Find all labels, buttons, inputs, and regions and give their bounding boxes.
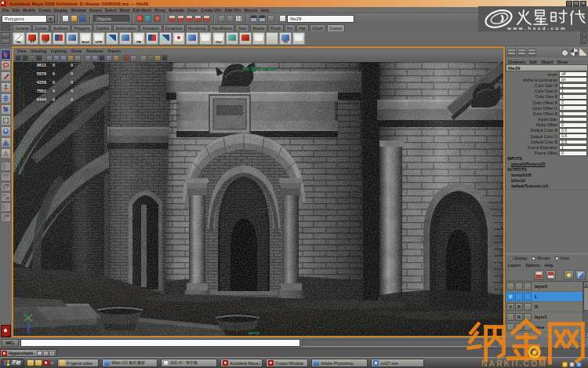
input-node[interactable]: place2dTexture22 — [506, 162, 588, 167]
layer-row[interactable]: layer3 — [506, 282, 588, 292]
soft-mod-tool-button[interactable] — [1, 126, 11, 137]
shelf-button[interactable]: UTE — [93, 32, 105, 45]
manip-speed-icon[interactable] — [562, 49, 569, 56]
panel-toolbar-icon[interactable] — [154, 55, 161, 61]
panel-toolbar-icon[interactable] — [113, 55, 119, 61]
select-object-icon[interactable] — [145, 15, 152, 22]
menu-item[interactable]: Edit — [13, 8, 20, 13]
quick-select-icon[interactable] — [279, 15, 286, 22]
shelf-tab[interactable]: Fluids — [268, 24, 284, 31]
shelf-button[interactable] — [159, 32, 172, 45]
menu-item[interactable]: Proxy — [154, 8, 165, 13]
taskbar-task-button[interactable]: Adobe Photoshop — [311, 359, 368, 367]
shelf-tab[interactable]: nCloth — [310, 24, 326, 31]
panel-toolbar-icon[interactable] — [74, 55, 81, 61]
shelf-button[interactable] — [146, 32, 158, 45]
shelf-button[interactable] — [53, 32, 65, 45]
shelf-tab[interactable]: Muscle — [250, 24, 267, 31]
shelf-button[interactable] — [226, 32, 238, 45]
selection-mode-dropdown[interactable]: Polygons ▼ — [2, 15, 55, 23]
channel-layout-icon[interactable] — [517, 49, 526, 56]
maya-swirl-icon[interactable] — [1, 325, 11, 337]
shelf-tab[interactable]: Toon — [235, 24, 249, 31]
attribute-value-field[interactable]: 0 — [559, 122, 587, 128]
shelf-tab[interactable]: Rendering — [186, 24, 209, 31]
shelf-tab-down-icon[interactable] — [1, 27, 10, 31]
universal-manipulator-button[interactable] — [1, 115, 11, 126]
shelf-arrow-icon[interactable] — [1, 38, 10, 44]
layer-scrollbar[interactable]: ▲ ▼ — [583, 282, 588, 337]
panel-toolbar-icon[interactable] — [22, 55, 28, 61]
panel-toolbar-icon[interactable] — [46, 55, 53, 61]
attribute-value-field[interactable]: 1 — [559, 145, 587, 151]
select-component-icon[interactable] — [154, 15, 161, 22]
panel-menu-item[interactable]: Panels — [108, 49, 121, 53]
scroll-down-icon[interactable]: ▼ — [583, 332, 588, 337]
shelf-button[interactable]: FB — [132, 32, 145, 45]
menu-item[interactable]: Display — [54, 8, 68, 13]
maximize-button[interactable]: □ — [573, 1, 579, 6]
menu-item[interactable]: Edit Mesh — [133, 8, 152, 13]
shelf-tab[interactable]: Subdivs — [93, 24, 112, 31]
shelf-button[interactable] — [106, 32, 118, 45]
layer-playback-cell[interactable]: R — [515, 313, 523, 321]
menu-item[interactable]: Muscle — [244, 8, 257, 13]
channel-box-menu-item[interactable]: Object — [541, 60, 554, 64]
new-layer-selected-icon[interactable] — [575, 270, 586, 280]
panel-toolbar-icon[interactable] — [123, 55, 129, 61]
resize-grip-icon[interactable] — [579, 340, 586, 346]
menu-item[interactable]: Create — [38, 8, 51, 13]
snap-point-icon[interactable] — [186, 15, 193, 22]
layer-type-cell[interactable] — [524, 323, 532, 331]
close-icon[interactable]: × — [49, 351, 55, 356]
panel-toolbar-icon[interactable] — [15, 55, 21, 61]
layer-visibility-cell[interactable] — [506, 313, 514, 321]
show-manipulator-button[interactable] — [1, 137, 11, 148]
menu-item[interactable]: Select — [105, 8, 117, 13]
shelf-tab[interactable]: Custom — [327, 24, 346, 31]
shelf-button[interactable] — [292, 32, 305, 45]
attribute-value-field[interactable]: 1 — [559, 83, 587, 89]
quick-launch-folder-icon[interactable] — [27, 360, 34, 366]
layer-type-cell[interactable] — [524, 282, 532, 290]
quick-launch-maya-icon[interactable] — [43, 360, 49, 366]
channel-box-menu-item[interactable]: Edit — [530, 60, 537, 64]
shelf-button[interactable] — [266, 32, 278, 45]
shelf-button[interactable]: Hold — [79, 32, 92, 45]
panel-toolbar-icon[interactable] — [92, 55, 98, 61]
attribute-value-field[interactable]: 0 — [559, 100, 587, 105]
shelf-tab[interactable]: Animation — [140, 24, 162, 31]
open-scene-icon[interactable] — [71, 15, 78, 22]
menu-item[interactable]: Edit UVs — [225, 8, 241, 13]
panel-menu-item[interactable]: Renderer — [86, 49, 103, 53]
tray-icon[interactable] — [576, 362, 582, 367]
channel-slider-icon[interactable] — [579, 49, 586, 56]
shelf-tab[interactable]: Surfaces — [50, 24, 71, 31]
minimize-icon[interactable]: _ — [37, 351, 42, 356]
shelf-menu-arrows[interactable] — [1, 32, 10, 44]
attribute-value-field[interactable]: 0.5 — [559, 140, 587, 145]
taskbar-task-button[interactable]: Autodesk Maya 2008 — [220, 359, 263, 367]
channel-options-icon[interactable] — [528, 49, 536, 56]
attribute-value-field[interactable]: on — [559, 77, 587, 82]
layer-mode-radio[interactable]: Render — [532, 256, 550, 261]
attribute-value-field[interactable]: 0 — [559, 105, 587, 111]
shelf-tab[interactable]: Deformation — [113, 24, 139, 31]
construction-history-icon[interactable] — [235, 15, 242, 22]
attribute-value-field[interactable]: 0.5 — [559, 133, 587, 139]
snap-curve-icon[interactable] — [177, 15, 184, 22]
ui-toggle-icon[interactable] — [582, 38, 587, 43]
mel-toggle-button[interactable]: MEL — [2, 339, 19, 347]
shelf-tab[interactable]: Hair — [296, 24, 309, 31]
output-node[interactable]: bump2d16 — [506, 173, 588, 178]
channel-box-menu-item[interactable]: Channels — [508, 60, 526, 64]
shelf-button[interactable]: Ha — [13, 32, 25, 45]
panel-menu-item[interactable]: Show — [71, 49, 82, 53]
chevron-down-icon[interactable]: ▼ — [47, 15, 55, 23]
snap-surface-icon[interactable] — [203, 15, 210, 22]
menu-item[interactable]: Mesh — [120, 8, 130, 13]
new-empty-layer-icon[interactable] — [564, 270, 574, 280]
layer-visibility-cell[interactable]: V — [506, 303, 514, 311]
scroll-up-icon[interactable]: ▲ — [583, 282, 588, 287]
panel-toolbar-icon[interactable] — [147, 55, 154, 61]
